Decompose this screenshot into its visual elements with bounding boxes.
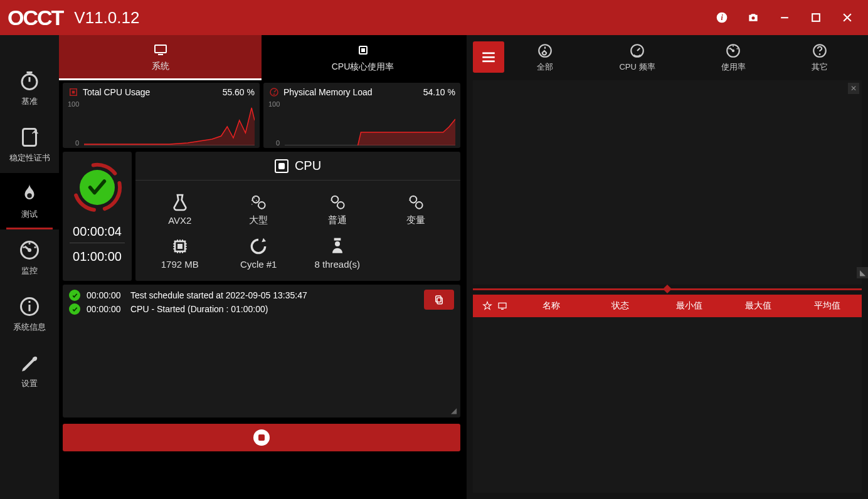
- rtab-all[interactable]: 全部: [537, 43, 553, 73]
- svg-point-28: [258, 202, 265, 209]
- status-ok-icon: [80, 170, 115, 205]
- th-name[interactable]: 名称: [517, 300, 586, 312]
- cpu-icon: [275, 159, 288, 173]
- star-icon[interactable]: [482, 301, 492, 311]
- svg-point-30: [337, 202, 344, 209]
- resize-grip-icon[interactable]: ◢: [451, 406, 457, 415]
- sidebar-item-sysinfo[interactable]: 系统信息: [0, 286, 59, 342]
- cfg-instruction-set: AVX2: [140, 187, 220, 231]
- right-chart-area: ✕: [473, 80, 862, 285]
- svg-rect-15: [29, 305, 31, 312]
- svg-rect-46: [482, 52, 495, 54]
- log-message: CPU - Started (Duration : 01:00:00): [130, 304, 268, 314]
- sidebar-item-stability[interactable]: 稳定性证书: [0, 117, 59, 173]
- camera-icon[interactable]: [738, 0, 769, 35]
- table-body: [473, 317, 862, 493]
- cfg-cycle: Cycle #1: [220, 231, 299, 275]
- svg-point-53: [733, 45, 734, 46]
- sidebar-item-settings[interactable]: 设置: [0, 342, 59, 399]
- sidebar-label: 设置: [21, 378, 38, 389]
- horizontal-splitter[interactable]: [473, 285, 862, 293]
- rtab-cpu-freq[interactable]: CPU 频率: [619, 43, 655, 73]
- stat-memory-load[interactable]: Physical Memory Load 54.10 % 100 0: [263, 83, 460, 148]
- check-icon: [69, 290, 80, 301]
- minimize-button[interactable]: [769, 0, 800, 35]
- rtab-other[interactable]: 其它: [812, 43, 828, 73]
- right-panel: 全部 CPU 频率 使用率 其它: [467, 35, 868, 499]
- app-logo: OCCT: [8, 6, 63, 30]
- memory-icon: [268, 87, 280, 98]
- svg-rect-20: [361, 48, 365, 52]
- svg-point-11: [29, 243, 31, 244]
- close-button[interactable]: [832, 0, 863, 35]
- svg-point-29: [331, 196, 338, 203]
- tab-label: 系统: [152, 61, 169, 72]
- log-panel: 00:00:00 Test schedule started at 2022-0…: [63, 285, 460, 418]
- svg-rect-18: [158, 54, 163, 55]
- config-title: CPU: [295, 159, 321, 173]
- svg-rect-47: [482, 56, 495, 58]
- sidebar-label: 基准: [21, 96, 38, 107]
- cfg-load: 变量: [377, 187, 456, 231]
- svg-rect-58: [499, 303, 506, 308]
- sidebar-item-test[interactable]: 测试: [0, 173, 59, 229]
- check-icon: [69, 303, 80, 315]
- th-min[interactable]: 最小值: [655, 300, 724, 312]
- sidebar-item-benchmark[interactable]: 基准: [0, 60, 59, 117]
- svg-rect-59: [501, 309, 504, 310]
- axis-min: 0: [75, 139, 79, 147]
- svg-rect-16: [29, 301, 31, 303]
- svg-rect-4: [812, 14, 820, 21]
- axis-min: 0: [276, 139, 280, 147]
- svg-rect-34: [177, 244, 183, 249]
- chart-cpu-usage: [84, 102, 255, 145]
- chart-close-button[interactable]: ✕: [848, 83, 859, 94]
- svg-rect-3: [781, 17, 788, 18]
- th-status[interactable]: 状态: [586, 300, 655, 312]
- svg-point-35: [335, 241, 340, 246]
- axis-max: 100: [68, 100, 79, 108]
- stat-cpu-usage[interactable]: Total CPU Usage 55.60 % 100 0: [63, 83, 260, 148]
- svg-point-54: [736, 48, 738, 50]
- svg-rect-22: [72, 91, 75, 94]
- cfg-dataset-size: 大型: [220, 187, 299, 231]
- rtab-usage[interactable]: 使用率: [721, 43, 746, 73]
- axis-max: 100: [268, 100, 280, 108]
- center-tabs: 系统 CPU核心使用率: [59, 35, 464, 80]
- svg-point-31: [410, 196, 417, 203]
- copy-log-button[interactable]: [424, 290, 454, 310]
- stop-icon: [253, 429, 270, 446]
- th-avg[interactable]: 平均值: [793, 300, 862, 312]
- stat-title: Physical Memory Load: [283, 87, 373, 97]
- svg-rect-48: [482, 60, 495, 62]
- sidebar-label: 系统信息: [13, 322, 46, 333]
- svg-point-57: [818, 53, 820, 55]
- svg-rect-36: [334, 238, 341, 241]
- info-icon[interactable]: i: [706, 0, 738, 35]
- cfg-memory: 1792 MB: [140, 231, 220, 275]
- maximize-button[interactable]: [800, 0, 832, 35]
- panel-resize-grip[interactable]: ◣: [857, 267, 868, 278]
- monitor-icon[interactable]: [497, 301, 507, 311]
- sidebar-label: 稳定性证书: [9, 152, 50, 164]
- sidebar-item-monitor[interactable]: 监控: [0, 229, 59, 286]
- stat-title: Total CPU Usage: [83, 87, 150, 97]
- svg-point-55: [728, 48, 729, 50]
- log-message: Test schedule started at 2022-09-05 13:3…: [130, 290, 307, 300]
- tab-cpu-core-usage[interactable]: CPU核心使用率: [262, 35, 464, 80]
- logo-text: OCCT: [8, 6, 63, 30]
- left-sidebar: 基准 稳定性证书 测试 监控 系统信息 设置: [0, 35, 59, 499]
- stat-value: 55.60 %: [223, 87, 255, 97]
- stat-value: 54.10 %: [423, 87, 455, 97]
- total-time: 01:00:00: [73, 250, 122, 264]
- svg-rect-45: [436, 296, 441, 302]
- th-max[interactable]: 最大值: [724, 300, 793, 312]
- stop-test-button[interactable]: [63, 424, 460, 451]
- svg-point-32: [416, 202, 423, 209]
- svg-point-27: [253, 196, 260, 203]
- hamburger-menu-button[interactable]: [473, 41, 504, 73]
- tab-system[interactable]: 系统: [59, 35, 262, 80]
- svg-rect-17: [155, 45, 166, 53]
- cpu-icon: [68, 87, 79, 98]
- cfg-threads: 8 thread(s): [298, 231, 377, 275]
